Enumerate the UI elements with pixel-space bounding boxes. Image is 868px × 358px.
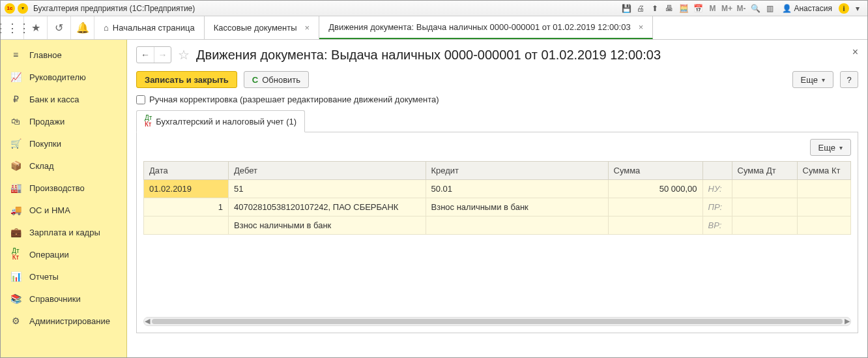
sidebar-item-label: Операции bbox=[29, 250, 69, 260]
tab-home[interactable]: ⌂ Начальная страница bbox=[94, 16, 205, 39]
sidebar-item-bank[interactable]: ₽Банк и касса bbox=[1, 88, 126, 110]
sidebar-item-label: ОС и НМА bbox=[29, 205, 70, 215]
save-icon[interactable]: 💾 bbox=[620, 3, 632, 14]
zoom-icon[interactable]: 🔍 bbox=[749, 3, 761, 14]
sidebar-item-label: Продажи bbox=[29, 117, 65, 127]
truck-icon: 🚚 bbox=[10, 205, 22, 215]
factory-icon: 🏭 bbox=[10, 183, 22, 193]
manual-edit-label: Ручная корректировка (разрешает редактир… bbox=[149, 95, 439, 104]
refresh-button[interactable]: СОбновить bbox=[244, 71, 309, 88]
favorites-star-icon[interactable]: ★ bbox=[24, 16, 48, 39]
sidebar-item-references[interactable]: 📚Справочники bbox=[1, 288, 126, 310]
cell-num: 1 bbox=[144, 198, 229, 216]
tab-cash-label: Кассовые документы bbox=[214, 23, 297, 33]
cell-sum: 50 000,00 bbox=[608, 180, 702, 198]
main-tab-row: ⋮⋮⋮ ★ ↺ 🔔 ⌂ Начальная страница Кассовые … bbox=[1, 16, 867, 40]
cell-sum bbox=[608, 198, 702, 216]
window-menu-dropdown-icon[interactable]: ▾ bbox=[852, 3, 863, 14]
close-panel-button[interactable]: × bbox=[852, 46, 858, 58]
more-menu-button[interactable]: Еще bbox=[792, 71, 833, 88]
memory-mplus-button[interactable]: M+ bbox=[721, 3, 732, 14]
user-icon: 👤 bbox=[782, 4, 792, 13]
favorite-star-icon[interactable]: ☆ bbox=[178, 47, 190, 63]
col-debit[interactable]: Дебет bbox=[229, 162, 426, 180]
help-button[interactable]: ? bbox=[840, 71, 858, 88]
bag-icon: 🛍 bbox=[10, 116, 22, 127]
cell-date: 01.02.2019 bbox=[144, 180, 229, 198]
panel-icon[interactable]: ▥ bbox=[764, 3, 775, 14]
tab-doc-label: Движения документа: Выдача наличных 0000… bbox=[328, 22, 630, 32]
close-icon[interactable]: × bbox=[639, 22, 644, 32]
horizontal-scrollbar[interactable] bbox=[143, 317, 851, 326]
chart-up-icon: 📈 bbox=[10, 72, 22, 82]
ruble-icon: ₽ bbox=[10, 94, 22, 104]
history-icon[interactable]: ↺ bbox=[48, 16, 71, 39]
wallet-icon: 💼 bbox=[10, 227, 22, 237]
tab-accounting-label: Бухгалтерский и налоговый учет (1) bbox=[156, 117, 297, 127]
col-sum[interactable]: Сумма bbox=[608, 162, 702, 180]
table-more-button[interactable]: Еще bbox=[810, 139, 851, 156]
apps-grid-icon[interactable]: ⋮⋮⋮ bbox=[1, 16, 24, 39]
tab-accounting[interactable]: ДтКт Бухгалтерский и налоговый учет (1) bbox=[136, 110, 305, 132]
print2-icon[interactable]: 🖶 bbox=[663, 3, 675, 14]
col-sum-dt[interactable]: Сумма Дт bbox=[732, 162, 797, 180]
cell-tag: НУ: bbox=[702, 180, 732, 198]
scrollbar-thumb[interactable] bbox=[152, 319, 843, 324]
sidebar: ≡Главное 📈Руководителю ₽Банк и касса 🛍Пр… bbox=[1, 40, 127, 357]
sidebar-item-salary[interactable]: 💼Зарплата и кадры bbox=[1, 221, 126, 243]
user-name: Анастасия bbox=[794, 4, 832, 13]
calculator-icon[interactable]: 🧮 bbox=[678, 3, 689, 14]
dtkt-icon: ДтКт bbox=[145, 115, 152, 128]
save-and-close-button[interactable]: Записать и закрыть bbox=[136, 71, 237, 88]
sidebar-item-assets[interactable]: 🚚ОС и НМА bbox=[1, 199, 126, 221]
memory-mminus-button[interactable]: M- bbox=[735, 3, 747, 14]
sidebar-item-admin[interactable]: ⚙Администрирование bbox=[1, 310, 126, 332]
sidebar-item-label: Руководителю bbox=[29, 72, 86, 82]
user-label[interactable]: 👤 Анастасия bbox=[782, 4, 832, 13]
sidebar-item-label: Главное bbox=[29, 50, 62, 60]
memory-m-button[interactable]: M bbox=[706, 3, 718, 14]
sidebar-item-label: Отчеты bbox=[29, 272, 59, 282]
cell-empty bbox=[144, 216, 229, 235]
close-icon[interactable]: × bbox=[305, 23, 310, 33]
document-title: Движения документа: Выдача наличных 0000… bbox=[196, 48, 661, 63]
cart-icon: 🛒 bbox=[10, 138, 22, 149]
tab-cash-documents[interactable]: Кассовые документы × bbox=[205, 16, 320, 39]
refresh-icon: С bbox=[252, 75, 258, 85]
app-menu-dropdown-icon[interactable]: ▾ bbox=[18, 3, 28, 14]
table-row[interactable]: 1 40702810538120107242, ПАО СБЕРБАНК Взн… bbox=[144, 198, 851, 216]
sidebar-item-sales[interactable]: 🛍Продажи bbox=[1, 110, 126, 132]
refresh-label: Обновить bbox=[262, 75, 300, 85]
nav-back-button[interactable]: ← bbox=[137, 47, 154, 63]
sidebar-item-label: Склад bbox=[29, 161, 54, 171]
table-row[interactable]: 01.02.2019 51 50.01 50 000,00 НУ: bbox=[144, 180, 851, 198]
nav-forward-button[interactable]: → bbox=[154, 47, 171, 63]
table-row[interactable]: Взнос наличными в банк ВР: bbox=[144, 216, 851, 235]
sidebar-item-purchases[interactable]: 🛒Покупки bbox=[1, 132, 126, 155]
sidebar-item-operations[interactable]: ДтКтОперации bbox=[1, 243, 126, 265]
print-icon[interactable]: 🖨 bbox=[635, 3, 646, 14]
col-date[interactable]: Дата bbox=[144, 162, 229, 180]
info-icon[interactable]: i bbox=[839, 3, 849, 14]
sidebar-item-warehouse[interactable]: 📦Склад bbox=[1, 155, 126, 177]
sidebar-item-reports[interactable]: 📊Отчеты bbox=[1, 265, 126, 288]
notifications-bell-icon[interactable]: 🔔 bbox=[71, 16, 94, 39]
dtkt-icon: ДтКт bbox=[10, 248, 22, 261]
export-up-icon[interactable]: ⬆ bbox=[649, 3, 661, 14]
manual-edit-checkbox[interactable] bbox=[136, 95, 145, 104]
sidebar-item-manager[interactable]: 📈Руководителю bbox=[1, 66, 126, 88]
col-tag[interactable] bbox=[702, 162, 732, 180]
cell-credit: Взнос наличными в банк bbox=[426, 198, 608, 216]
sidebar-item-main[interactable]: ≡Главное bbox=[1, 44, 126, 66]
col-sum-kt[interactable]: Сумма Кт bbox=[797, 162, 851, 180]
boxes-icon: 📦 bbox=[10, 160, 22, 171]
gear-icon: ⚙ bbox=[10, 316, 22, 326]
calendar-icon[interactable]: 📅 bbox=[692, 3, 704, 14]
sidebar-item-label: Покупки bbox=[29, 139, 61, 149]
tab-document-movements[interactable]: Движения документа: Выдача наличных 0000… bbox=[319, 16, 653, 39]
sidebar-item-production[interactable]: 🏭Производство bbox=[1, 177, 126, 199]
col-credit[interactable]: Кредит bbox=[426, 162, 608, 180]
cell-sum-kt bbox=[797, 216, 851, 235]
cell-debit: 40702810538120107242, ПАО СБЕРБАНК bbox=[229, 198, 426, 216]
window-titlebar: 1c ▾ Бухгалтерия предприятия (1С:Предпри… bbox=[1, 1, 867, 16]
